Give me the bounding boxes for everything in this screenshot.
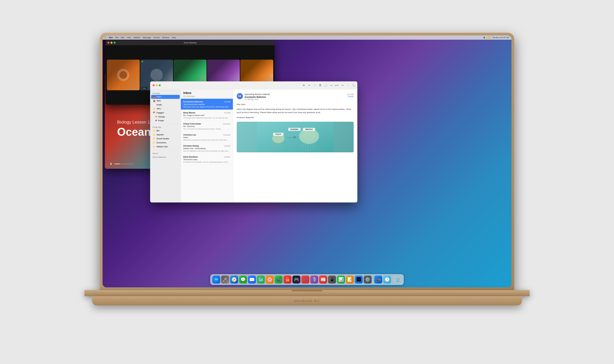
reply-icon[interactable]: ↩	[330, 84, 333, 87]
pause-icon[interactable]: ⏸	[110, 162, 112, 166]
menu-message[interactable]: Message	[143, 36, 151, 39]
mail-sender-2: Noria Mones	[183, 112, 195, 114]
social-studies-folder-label: Social Studies	[157, 137, 178, 140]
menu-view[interactable]: View	[127, 36, 131, 39]
svg-text:MEDUSA: MEDUSA	[305, 129, 313, 130]
sidebar-item-drafts[interactable]: 📄 Drafts	[151, 103, 180, 107]
mail-item-5[interactable]: Christine Huang 11/02/20 Debate club – r…	[181, 143, 233, 154]
body-greeting: Hey class,	[237, 103, 354, 106]
inbox-count: 62 messages	[183, 95, 230, 97]
sidebar-item-inbox[interactable]: 📥 Inbox	[151, 95, 180, 99]
zoom-titlebar: Zoom Meeting	[106, 40, 275, 45]
participant-name-zeke: Zeke	[141, 87, 147, 89]
menu-format[interactable]: Format	[153, 36, 160, 39]
sidebar-item-bio[interactable]: 📁 Bio	[151, 129, 180, 133]
menubar-right: ▣ 🔋 📶 Tue Nov 10 9:41 AM	[483, 37, 509, 39]
detail-meta: Upcoming lecture material Konstantin Bab…	[245, 93, 354, 100]
sidebar-item-orange[interactable]: Orange	[151, 115, 180, 119]
dock-sidecar[interactable]: 📱	[328, 275, 336, 284]
mail-item-1[interactable]: Konstantin Babichev 9:15 AM Upcoming lec…	[181, 99, 233, 110]
dock-trash[interactable]: 🗑️	[394, 275, 402, 284]
menu-edit[interactable]: Edit	[121, 36, 124, 39]
dock-arcade[interactable]: 🎮	[293, 275, 300, 284]
favorites-label: Favorites	[150, 91, 181, 95]
sidebar-item-economics[interactable]: 📁 Economics	[151, 141, 180, 145]
mail-subject-2: Re: Fringe or barrier reef?	[183, 114, 230, 117]
dock-pages[interactable]: 📝	[346, 275, 354, 284]
macbook-base-top	[84, 290, 530, 296]
dock-separator	[373, 276, 373, 283]
mail-sender-1: Konstantin Babichev	[183, 101, 203, 103]
macbook-bottom: MacBook Air	[92, 296, 522, 305]
search-icon[interactable]: 🔍	[352, 84, 355, 87]
dock-zoom[interactable]: 📹	[374, 275, 382, 284]
dock-news[interactable]: 📰	[319, 275, 327, 284]
dock-messages[interactable]: 💬	[239, 275, 247, 284]
dock-photos[interactable]: 🌸	[266, 275, 274, 284]
dock-facetime[interactable]: 📹	[275, 275, 283, 284]
progress-bar[interactable]	[114, 164, 133, 164]
compose-icon[interactable]: ✏	[307, 84, 311, 87]
mail-close-button[interactable]	[153, 84, 154, 86]
detail-sender: Konstantin Babichev	[245, 96, 270, 98]
sidebar-item-social-studies[interactable]: 📁 Social Studies	[151, 137, 180, 141]
dock-maps[interactable]: 🗺️	[257, 275, 265, 284]
fullscreen-button[interactable]	[113, 42, 116, 44]
app-menu-mail[interactable]: Mail	[109, 36, 113, 39]
minimize-button[interactable]	[111, 42, 112, 44]
details-link[interactable]: Details	[347, 95, 354, 98]
menu-help[interactable]: Help	[172, 36, 176, 39]
dock-numbers[interactable]: 📊	[337, 275, 345, 284]
dock-safari[interactable]: 🧭	[230, 275, 238, 284]
dock-podcasts[interactable]: 🎙️	[310, 275, 318, 284]
dock-mail[interactable]: ✉️	[248, 275, 256, 284]
video-tile-1	[107, 60, 140, 90]
more-icon[interactable]: ›	[346, 84, 349, 87]
menubar-icons: ▣ 🔋 📶	[483, 37, 491, 39]
bio-folder-icon: 📁	[153, 130, 155, 132]
on-my-mac-label: On My Mac	[150, 125, 181, 129]
dock-launchpad[interactable]: 🚀	[221, 275, 229, 284]
detail-time: 9:15 AM	[347, 93, 354, 95]
next-button[interactable]: ›	[271, 73, 273, 77]
dock-music[interactable]: 🎵	[301, 275, 309, 284]
mail-body: Favorites 📥 Inbox 📤 Sent 📄	[150, 89, 357, 202]
bio-folder-label: Bio	[157, 130, 178, 132]
spanish-folder-icon: 📁	[153, 133, 155, 136]
mail-item-6[interactable]: Darla Davidson 11/05/20 Tomorrow's class…	[181, 154, 233, 165]
orange-label: Orange	[158, 116, 178, 118]
menu-mailbox[interactable]: Mailbox	[134, 36, 140, 39]
menu-file[interactable]: File	[115, 36, 118, 39]
video-controls: ⏸	[110, 162, 133, 166]
mail-item-2[interactable]: Noria Mones 8:49 AM Re: Fringe or barrie…	[181, 110, 233, 121]
dock-systemprefs[interactable]: ⚙️	[364, 275, 372, 284]
mail-list-header: Inbox 62 messages	[181, 89, 233, 99]
sidebar-item-vips[interactable]: ⭐ VIPs	[151, 107, 180, 111]
drafts-label: Drafts	[157, 104, 178, 106]
mail-item-4[interactable]: Christina Lee Yesterday Notes Wanted to …	[181, 132, 233, 143]
reply-all-icon[interactable]: ↩↩	[335, 84, 338, 87]
mail-minimize-button[interactable]	[156, 84, 158, 86]
mail-fullscreen-button[interactable]	[159, 84, 161, 86]
sidebar-item-purple[interactable]: Purple	[151, 119, 180, 122]
mail-list: Inbox 62 messages Konstantin Babichev 9:…	[181, 89, 233, 202]
dock-screentime[interactable]: 🕐	[383, 275, 391, 284]
archive-icon[interactable]: □	[313, 84, 316, 87]
close-button[interactable]	[108, 42, 110, 44]
apple-menu[interactable]: 	[105, 36, 106, 39]
mail-sender-4: Christina Lee	[183, 134, 196, 136]
mail-item-3[interactable]: Cheryl Courvoisier Yesterday Re: Tomorro…	[181, 121, 233, 132]
dock-appstore[interactable]: 🅰	[355, 275, 363, 284]
trash-icon[interactable]: 🗑	[319, 84, 322, 87]
sidebar-item-sent[interactable]: 📤 Sent	[151, 99, 180, 103]
dock-calendar[interactable]: NOV 10	[283, 275, 292, 284]
forward-icon[interactable]: ↪	[341, 84, 344, 87]
sent-label: Sent	[157, 100, 178, 102]
move-icon[interactable]: ⬜	[324, 84, 327, 87]
get-mail-icon[interactable]: ✉	[302, 84, 305, 87]
menu-window[interactable]: Window	[162, 36, 169, 39]
sidebar-item-flagged[interactable]: 🚩 Flagged	[151, 111, 180, 115]
sidebar-item-debate-club[interactable]: 📁 Debate Club	[151, 145, 180, 149]
dock-finder[interactable]	[212, 275, 220, 284]
sidebar-item-spanish[interactable]: 📁 Spanish	[151, 133, 180, 137]
